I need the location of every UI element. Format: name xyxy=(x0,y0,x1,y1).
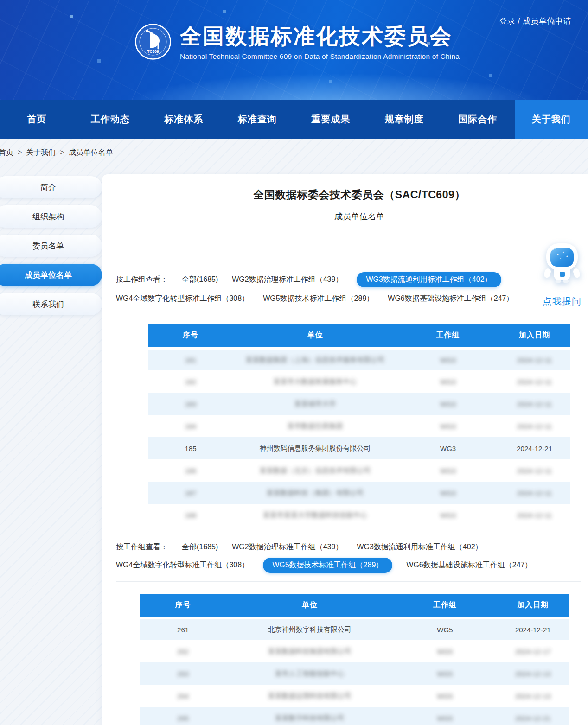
cell-text-unit: 某某数据集团（上海）信息技术服务有限公司 xyxy=(245,356,384,363)
filter-line: 按工作组查看：全部(1685)WG2数据治理标准工作组（439）WG3数据流通利… xyxy=(116,272,581,287)
column-header-0: 序号 xyxy=(140,594,226,618)
cell-unit: 某某数据运营科技有限公司 xyxy=(226,685,393,707)
cell-wg: WG5 xyxy=(393,618,496,640)
page-title: 全国数据标委会技术委员会（SAC/TC609） xyxy=(148,187,570,202)
cell-wg: WG3 xyxy=(397,348,499,370)
sidebar: 简介组织架构委员名单成员单位名单联系我们 xyxy=(0,174,102,322)
filter-option-wg6[interactable]: WG6数据基础设施标准工作组（247） xyxy=(406,560,532,570)
cell-date: 2024-12-11 xyxy=(499,370,570,393)
assistant-widget[interactable]: 点我提问 xyxy=(540,242,584,308)
nav-item-regulations[interactable]: 规章制度 xyxy=(368,100,441,139)
table-row: 184某市数据交易集团WG32024-12-11 xyxy=(148,415,570,437)
filter-label: 按工作组查看： xyxy=(116,542,168,552)
brand: TC609 全国数据标准化技术委员会 National Technical Co… xyxy=(134,23,460,62)
filter-option-all[interactable]: 全部(1685) xyxy=(182,542,218,552)
breadcrumb-item-1[interactable]: 关于我们 xyxy=(26,148,56,158)
cell-text-wg: WG5 xyxy=(437,626,453,634)
column-header-2: 工作组 xyxy=(393,594,496,618)
nav-item-news[interactable]: 工作动态 xyxy=(74,100,147,139)
cell-date: 2024-12-13 xyxy=(497,662,569,685)
cell-text-no: 262 xyxy=(177,648,189,655)
filter-option-wg4[interactable]: WG4全域数字化转型标准工作组（308） xyxy=(116,294,249,304)
table-header-row: 序号单位工作组加入日期 xyxy=(140,594,569,618)
cell-text-date: 2024-12-11 xyxy=(517,378,552,386)
filter-option-wg3[interactable]: WG3数据流通利用标准工作组（402） xyxy=(357,272,501,287)
filter-block: 按工作组查看：全部(1685)WG2数据治理标准工作组（439）WG3数据流通利… xyxy=(116,243,581,317)
filter-option-wg2[interactable]: WG2数据治理标准工作组（439） xyxy=(232,542,343,552)
cell-no: 186 xyxy=(148,459,233,482)
cell-wg: WG3 xyxy=(397,415,499,437)
column-header-2: 工作组 xyxy=(397,324,499,348)
filter-option-wg3[interactable]: WG3数据流通利用标准工作组（402） xyxy=(357,542,482,552)
sidebar-item-contact[interactable]: 联系我们 xyxy=(0,293,102,315)
nav-item-home[interactable]: 首页 xyxy=(0,100,74,139)
cell-date: 2024-12-11 xyxy=(499,459,570,482)
filter-option-wg5[interactable]: WG5数据技术标准工作组（289） xyxy=(263,294,374,304)
cell-text-unit: 某某数据（北京）信息技术有限公司 xyxy=(259,466,371,474)
login-link[interactable]: 登录 / 成员单位申请 xyxy=(499,16,571,26)
breadcrumb-item-2: 成员单位名单 xyxy=(69,148,113,158)
cell-text-date: 2024-12-11 xyxy=(517,400,552,408)
breadcrumb: 首页>关于我们>成员单位名单 xyxy=(0,139,588,166)
column-header-0: 序号 xyxy=(148,324,233,348)
nav-item-about[interactable]: 关于我们 xyxy=(515,100,588,139)
cell-text-no: 184 xyxy=(185,422,196,430)
nav-item-achievements[interactable]: 重要成果 xyxy=(294,100,368,139)
assistant-label[interactable]: 点我提问 xyxy=(540,295,584,308)
cell-unit: 某某数据科技集团有限公司 xyxy=(226,640,393,662)
cell-text-wg: WG3 xyxy=(440,445,456,452)
cell-text-date: 2024-12-11 xyxy=(517,467,552,475)
breadcrumb-separator: > xyxy=(60,148,64,157)
filter-option-wg2[interactable]: WG2数据治理标准工作组（439） xyxy=(232,275,343,285)
cell-text-wg: WG3 xyxy=(440,356,456,364)
content-layout: 简介组织架构委员名单成员单位名单联系我们 全国数据标委会技术委员会（SAC/TC… xyxy=(0,166,588,725)
cell-unit: 某市数据交易集团 xyxy=(233,415,397,437)
nav-item-international[interactable]: 国际合作 xyxy=(441,100,515,139)
filter-option-wg5[interactable]: WG5数据技术标准工作组（289） xyxy=(263,558,392,573)
sidebar-item-intro[interactable]: 简介 xyxy=(0,176,102,198)
column-header-1: 单位 xyxy=(226,594,393,618)
cell-no: 261 xyxy=(140,618,226,640)
cell-unit: 某某数据（北京）信息技术有限公司 xyxy=(233,459,397,482)
robot-assistant-icon[interactable] xyxy=(543,277,582,285)
breadcrumb-item-0[interactable]: 首页 xyxy=(0,148,13,158)
cell-text-wg: WG3 xyxy=(440,422,456,430)
filter-option-all[interactable]: 全部(1685) xyxy=(182,275,218,285)
cell-wg: WG3 xyxy=(397,504,499,526)
column-header-3: 加入日期 xyxy=(497,594,569,618)
cell-text-date: 2024-12-11 xyxy=(517,356,552,364)
cell-text-unit: 北京神州数字科技有限公司 xyxy=(268,625,352,633)
cell-no: 263 xyxy=(140,662,226,685)
cell-date: 2024-12-11 xyxy=(499,348,570,370)
cell-wg: WG5 xyxy=(393,707,496,725)
filter-option-wg4[interactable]: WG4全域数字化转型标准工作组（308） xyxy=(116,560,249,570)
table-header-row: 序号单位工作组加入日期 xyxy=(148,324,570,348)
banner-decoration xyxy=(70,15,73,18)
cell-text-unit: 某某市某某大学数据科技创新中心 xyxy=(263,511,367,519)
table-row: 263某市人工智能创新中心WG52024-12-13 xyxy=(140,662,569,685)
cell-text-unit: 某市数据交易集团 xyxy=(287,422,343,430)
sidebar-item-committee-members[interactable]: 委员名单 xyxy=(0,235,102,257)
cell-wg: WG5 xyxy=(393,685,496,707)
cell-date: 2024-12-11 xyxy=(499,504,570,526)
nav-item-standard-query[interactable]: 标准查询 xyxy=(221,100,294,139)
cell-text-unit: 某某数据科技（集团）有限公司 xyxy=(266,489,364,496)
cell-no: 264 xyxy=(140,685,226,707)
cell-unit: 某某市某某大学数据科技创新中心 xyxy=(233,504,397,526)
cell-text-unit: 某某数字科技有限公司 xyxy=(275,714,345,722)
cell-unit: 某某城市大学 xyxy=(233,393,397,415)
breadcrumb-separator: > xyxy=(18,148,22,157)
filter-line: 按工作组查看：全部(1685)WG2数据治理标准工作组（439）WG3数据流通利… xyxy=(116,540,581,555)
sidebar-item-member-units[interactable]: 成员单位名单 xyxy=(0,264,102,286)
filter-option-wg6[interactable]: WG6数据基础设施标准工作组（247） xyxy=(388,294,513,304)
filter-line: WG4全域数字化转型标准工作组（308）WG5数据技术标准工作组（289）WG6… xyxy=(116,291,581,306)
nav-item-standard-system[interactable]: 标准体系 xyxy=(147,100,221,139)
cell-unit: 某某数据科技（集团）有限公司 xyxy=(233,482,397,504)
column-header-1: 单位 xyxy=(233,324,397,348)
cell-no: 182 xyxy=(148,370,233,393)
cell-text-no: 181 xyxy=(185,356,196,364)
workgroup-section-wg3: 按工作组查看：全部(1685)WG2数据治理标准工作组（439）WG3数据流通利… xyxy=(116,243,581,534)
sidebar-item-organization[interactable]: 组织架构 xyxy=(0,205,102,228)
cell-date: 2024-12-21 xyxy=(497,707,569,725)
cell-unit: 某某数据集团（上海）信息技术服务有限公司 xyxy=(233,348,397,370)
